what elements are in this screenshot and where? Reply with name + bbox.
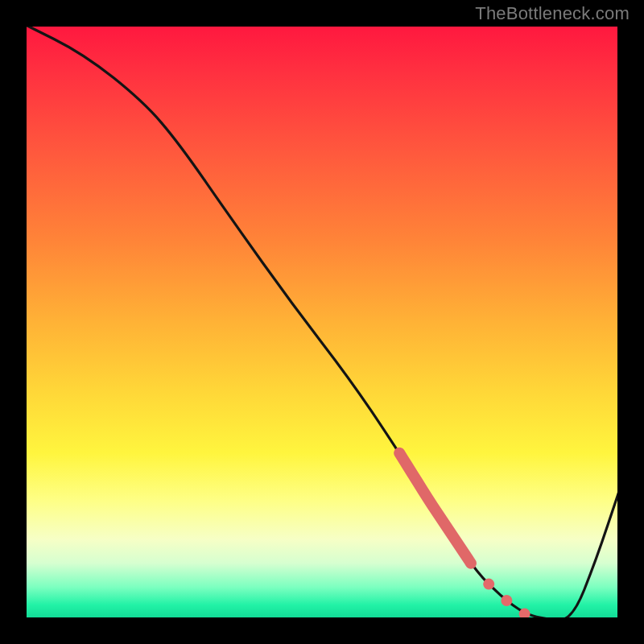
highlight-dot bbox=[483, 579, 494, 590]
highlight-dot bbox=[501, 595, 512, 606]
watermark-text: TheBottleneck.com bbox=[475, 3, 630, 24]
plot-background bbox=[24, 24, 620, 620]
chart-frame: { "watermark": "TheBottleneck.com", "col… bbox=[0, 0, 644, 644]
chart-svg bbox=[0, 0, 644, 644]
